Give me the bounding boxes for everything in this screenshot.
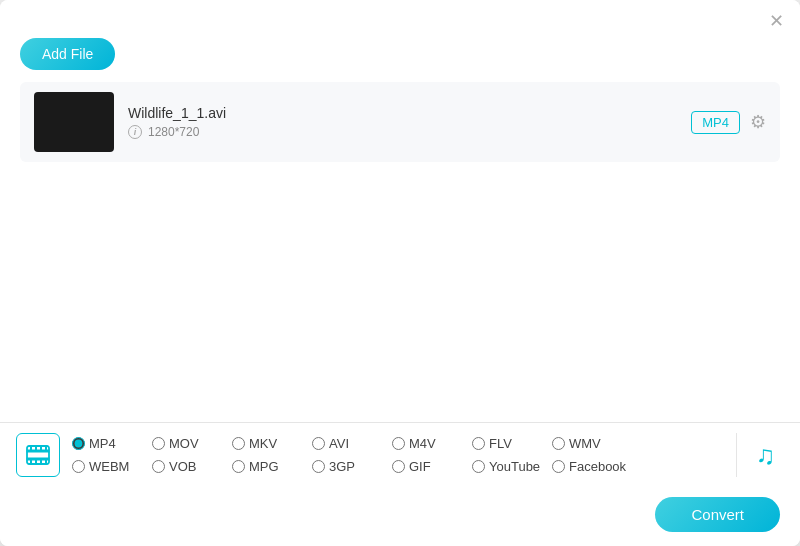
close-button[interactable]: ✕ <box>769 12 784 30</box>
radio-option-flv[interactable]: FLV <box>468 434 548 453</box>
radio-mov[interactable] <box>152 437 165 450</box>
radio-option-wmv[interactable]: WMV <box>548 434 628 453</box>
svg-rect-9 <box>40 460 42 464</box>
film-icon <box>25 442 51 468</box>
format-row-2: WEBMVOBMPG3GPGIFYouTubeFacebook <box>68 457 728 476</box>
titlebar: ✕ <box>0 0 800 38</box>
radio-mpg[interactable] <box>232 460 245 473</box>
main-window: ✕ Add File Wildlife_1_1.avi i 1280*720 M… <box>0 0 800 546</box>
format-label-m4v: M4V <box>409 436 436 451</box>
svg-rect-6 <box>45 446 47 450</box>
radio-m4v[interactable] <box>392 437 405 450</box>
radio-option-youtube[interactable]: YouTube <box>468 457 548 476</box>
format-label-vob: VOB <box>169 459 196 474</box>
svg-rect-3 <box>30 446 32 450</box>
radio-avi[interactable] <box>312 437 325 450</box>
format-label-webm: WEBM <box>89 459 129 474</box>
radio-mp4[interactable] <box>72 437 85 450</box>
radio-flv[interactable] <box>472 437 485 450</box>
music-note-icon: ♫ <box>756 440 776 471</box>
format-label-gif: GIF <box>409 459 431 474</box>
svg-rect-10 <box>45 460 47 464</box>
file-resolution: 1280*720 <box>148 125 199 139</box>
radio-3gp[interactable] <box>312 460 325 473</box>
file-meta: i 1280*720 <box>128 125 677 139</box>
format-label-avi: AVI <box>329 436 349 451</box>
radio-option-mov[interactable]: MOV <box>148 434 228 453</box>
svg-rect-8 <box>35 460 37 464</box>
radio-option-avi[interactable]: AVI <box>308 434 388 453</box>
format-label-mov: MOV <box>169 436 199 451</box>
radio-option-vob[interactable]: VOB <box>148 457 228 476</box>
radio-option-3gp[interactable]: 3GP <box>308 457 388 476</box>
toolbar: Add File <box>0 38 800 82</box>
gear-icon[interactable]: ⚙ <box>750 111 766 133</box>
radio-option-mkv[interactable]: MKV <box>228 434 308 453</box>
add-file-button[interactable]: Add File <box>20 38 115 70</box>
format-label-mp4: MP4 <box>89 436 116 451</box>
svg-rect-2 <box>27 458 49 460</box>
music-icon-button[interactable]: ♫ <box>736 433 784 477</box>
file-thumbnail <box>34 92 114 152</box>
radio-option-mp4[interactable]: MP4 <box>68 434 148 453</box>
file-item: Wildlife_1_1.avi i 1280*720 MP4 ⚙ <box>20 82 780 162</box>
format-label-mpg: MPG <box>249 459 279 474</box>
format-label-wmv: WMV <box>569 436 601 451</box>
file-list: Wildlife_1_1.avi i 1280*720 MP4 ⚙ <box>0 82 800 252</box>
format-row-1: MP4MOVMKVAVIM4VFLVWMV <box>68 434 728 453</box>
file-info: Wildlife_1_1.avi i 1280*720 <box>128 105 677 139</box>
radio-wmv[interactable] <box>552 437 565 450</box>
format-label-flv: FLV <box>489 436 512 451</box>
radio-gif[interactable] <box>392 460 405 473</box>
format-label-mkv: MKV <box>249 436 277 451</box>
film-icon-button[interactable] <box>16 433 60 477</box>
radio-vob[interactable] <box>152 460 165 473</box>
radio-facebook[interactable] <box>552 460 565 473</box>
radio-youtube[interactable] <box>472 460 485 473</box>
format-label-facebook: Facebook <box>569 459 626 474</box>
radio-webm[interactable] <box>72 460 85 473</box>
convert-button[interactable]: Convert <box>655 497 780 532</box>
svg-rect-4 <box>35 446 37 450</box>
svg-rect-7 <box>30 460 32 464</box>
format-badge-button[interactable]: MP4 <box>691 111 740 134</box>
radio-option-facebook[interactable]: Facebook <box>548 457 630 476</box>
format-grid: MP4MOVMKVAVIM4VFLVWMV WEBMVOBMPG3GPGIFYo… <box>68 434 728 476</box>
format-label-3gp: 3GP <box>329 459 355 474</box>
radio-mkv[interactable] <box>232 437 245 450</box>
file-actions: MP4 ⚙ <box>691 111 766 134</box>
format-label-youtube: YouTube <box>489 459 540 474</box>
file-name: Wildlife_1_1.avi <box>128 105 677 121</box>
radio-option-gif[interactable]: GIF <box>388 457 468 476</box>
svg-rect-1 <box>27 450 49 452</box>
convert-area: Convert <box>0 487 800 546</box>
radio-option-mpg[interactable]: MPG <box>228 457 308 476</box>
radio-option-webm[interactable]: WEBM <box>68 457 148 476</box>
svg-rect-5 <box>40 446 42 450</box>
format-panel: MP4MOVMKVAVIM4VFLVWMV WEBMVOBMPG3GPGIFYo… <box>0 422 800 487</box>
info-icon: i <box>128 125 142 139</box>
radio-option-m4v[interactable]: M4V <box>388 434 468 453</box>
